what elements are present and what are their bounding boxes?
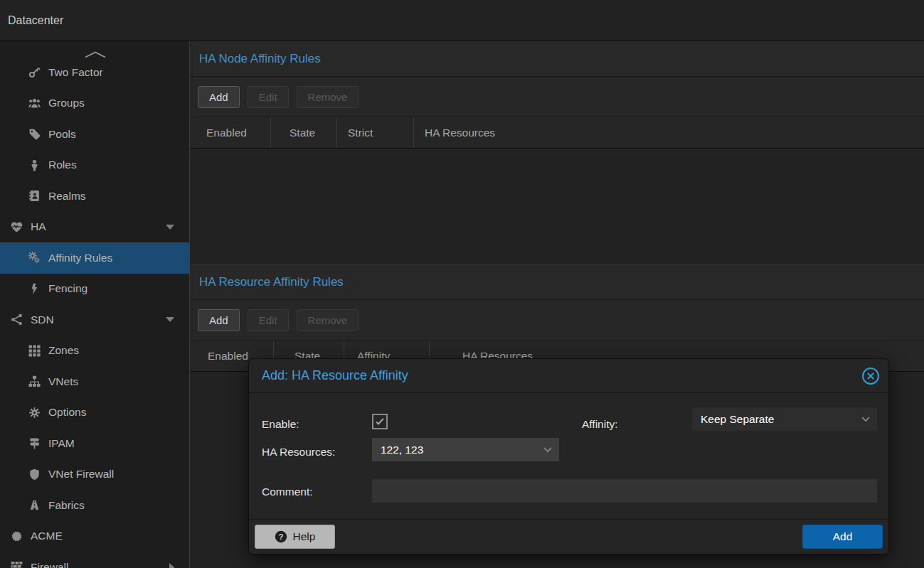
sidebar-item-label: Zones [48,344,79,357]
resource-panel-toolbar: Add Edit Remove [191,300,924,341]
heartbeat-icon [9,221,24,233]
close-icon [861,367,880,385]
sidebar-item-label: Realms [48,190,86,203]
question-circle-icon: ? [275,530,287,543]
shield-icon [26,468,42,481]
sidebar-item-label: Groups [48,97,85,109]
tag-icon [26,128,42,140]
resource-add-button[interactable]: Add [198,309,240,331]
sidebar-item-label: Fabrics [48,499,85,512]
gear-icon [26,407,42,419]
enable-label: Enable: [262,418,299,431]
sidebar: Two Factor Groups Pools Roles Realms HA [0,41,190,568]
checkmark-icon [373,415,386,428]
sidebar-item-realms[interactable]: Realms [0,181,190,212]
column-header-strict[interactable]: Strict [337,117,414,148]
column-header-ha-resources[interactable]: HA Resources [414,117,924,148]
node-table-body [191,149,924,264]
person-icon [26,159,42,171]
node-remove-button[interactable]: Remove [297,86,359,108]
node-edit-button[interactable]: Edit [248,86,289,108]
dialog-title: Add: HA Resource Affinity [262,368,408,383]
node-table-header: Enabled State Strict HA Resources [191,117,924,149]
help-button-label: Help [293,530,316,543]
sidebar-item-label: VNets [48,375,78,388]
sidebar-item-vnets[interactable]: VNets [0,366,190,397]
caret-right-icon[interactable] [169,563,174,568]
sidebar-item-label: VNet Firewall [48,468,114,481]
sidebar-item-vnet-firewall[interactable]: VNet Firewall [0,459,190,491]
sidebar-item-pools[interactable]: Pools [0,119,190,150]
node-add-button[interactable]: Add [198,86,240,108]
firewall-icon [9,561,24,568]
sidebar-item-label: IPAM [48,437,75,450]
dialog-add-button[interactable]: Add [802,525,883,549]
column-header-state[interactable]: State [271,117,337,148]
ha-resources-label: HA Resources: [262,446,335,459]
gears-icon [26,252,42,264]
sitemap-icon [26,375,42,387]
add-ha-resource-affinity-dialog: Add: HA Resource Affinity Enable: Affini… [249,359,888,554]
sidebar-item-firewall[interactable]: Firewall [0,552,190,568]
resource-remove-button[interactable]: Remove [297,309,359,331]
sidebar-item-zones[interactable]: Zones [0,336,190,367]
network-icon [9,314,24,326]
resource-panel-title: HA Resource Affinity Rules [191,264,924,300]
chevron-down-icon [861,417,870,422]
sidebar-item-fabrics[interactable]: Fabrics [0,490,190,521]
bolt-icon [26,283,42,295]
sidebar-item-acme[interactable]: ACME [0,521,190,552]
sidebar-nav: Two Factor Groups Pools Roles Realms HA [0,57,190,568]
sidebar-item-label: HA [31,220,46,233]
node-affinity-panel: HA Node Affinity Rules Add Edit Remove E… [191,41,924,264]
road-icon [26,499,42,511]
sidebar-item-fencing[interactable]: Fencing [0,274,190,305]
sidebar-item-label: Affinity Rules [48,252,112,264]
sidebar-item-roles[interactable]: Roles [0,150,190,181]
dialog-footer: ? Help Add [249,519,888,554]
dialog-header: Add: HA Resource Affinity [249,359,888,393]
help-button[interactable]: ? Help [255,525,335,549]
address-book-icon [26,190,42,202]
sidebar-item-label: Two Factor [48,66,103,79]
certificate-icon [9,530,24,542]
enable-checkbox[interactable] [372,414,388,429]
close-button[interactable] [861,367,880,385]
sidebar-item-label: Pools [48,128,76,141]
top-header-bar: Datacenter [0,0,924,41]
affinity-label: Affinity: [582,418,618,431]
sidebar-item-label: ACME [31,530,63,542]
column-header-enabled[interactable]: Enabled [191,117,271,148]
caret-down-icon[interactable] [166,225,174,230]
sidebar-item-label: Firewall [31,561,68,568]
grid-icon [26,345,42,357]
sidebar-item-ha[interactable]: HA [0,212,190,243]
page-title: Datacenter [0,14,63,27]
node-panel-title: HA Node Affinity Rules [191,41,924,77]
ha-resources-select[interactable]: 122, 123 [372,438,559,461]
sidebar-item-label: Roles [48,159,77,171]
sidebar-item-label: Options [48,406,86,419]
caret-down-icon[interactable] [166,317,174,322]
chevron-down-icon [543,447,552,453]
comment-label: Comment: [262,486,313,498]
svg-text:?: ? [278,532,283,541]
sidebar-item-label: SDN [31,314,54,326]
sidebar-item-ipam[interactable]: IPAM [0,428,190,459]
comment-input[interactable] [372,479,877,503]
signpost-icon [26,437,42,449]
node-panel-toolbar: Add Edit Remove [191,77,924,117]
sidebar-item-label: Fencing [48,282,87,295]
sidebar-item-options[interactable]: Options [0,397,190,429]
sidebar-item-sdn[interactable]: SDN [0,304,190,336]
users-icon [26,97,42,109]
key-icon [26,66,42,78]
affinity-value: Keep Separate [701,413,774,426]
proxmox-datacenter-screen: Datacenter Two Factor Groups Pools [0,0,924,568]
sidebar-item-two-factor[interactable]: Two Factor [0,57,190,88]
sidebar-item-groups[interactable]: Groups [0,88,190,119]
ha-resources-value: 122, 123 [381,444,423,456]
affinity-select[interactable]: Keep Separate [692,407,877,431]
sidebar-item-affinity-rules[interactable]: Affinity Rules [0,242,190,274]
resource-edit-button[interactable]: Edit [248,309,289,331]
